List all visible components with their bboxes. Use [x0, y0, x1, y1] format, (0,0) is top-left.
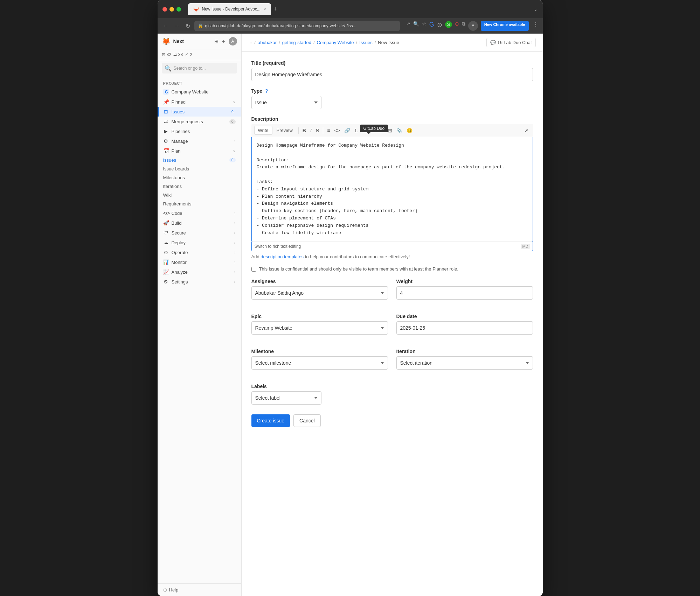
switch-rich-text[interactable]: Switch to rich text editing	[255, 244, 301, 249]
forward-button[interactable]: →	[173, 21, 181, 30]
sidebar-item-build[interactable]: 🚀 Build ›	[158, 218, 241, 228]
search-box[interactable]: 🔍 Search or go to...	[162, 63, 237, 73]
toolbar-italic-btn[interactable]: I	[309, 127, 313, 134]
desc-templates-link[interactable]: description templates	[261, 254, 304, 259]
user-icon: S	[445, 21, 452, 28]
sidebar-subitem-iterations[interactable]: Iterations	[158, 182, 241, 191]
type-help-icon[interactable]: ?	[265, 88, 268, 94]
titlebar: New Issue - Developer Advoc... ✕ + ⌄	[158, 0, 543, 18]
extensions-icon[interactable]: ⧉	[462, 21, 465, 31]
iteration-label: Iteration	[396, 349, 533, 354]
cancel-button[interactable]: Cancel	[293, 414, 321, 427]
toolbar-bold-btn[interactable]: B	[301, 127, 308, 134]
app-layout: 🦊 Next ⊞ + A ⊡ 32 ⇄ 33	[158, 34, 543, 596]
sidebar-item-issues[interactable]: ⊡ Issues 0	[158, 107, 241, 117]
breadcrumb-company-website[interactable]: Company Website	[317, 40, 354, 45]
confidential-checkbox[interactable]	[251, 267, 256, 272]
main-content: ··· / abubakar / getting-started / Compa…	[242, 34, 543, 596]
title-input[interactable]	[251, 68, 533, 81]
sidebar-subitem-issue-boards[interactable]: Issue boards	[158, 164, 241, 173]
reload-button[interactable]: ↻	[184, 21, 192, 31]
stat-ci[interactable]: ✓ 2	[185, 52, 192, 57]
iteration-select[interactable]: Select iteration	[396, 356, 533, 370]
weight-input[interactable]	[396, 286, 533, 300]
sidebar-item-plan[interactable]: 📅 Plan ∨	[158, 146, 241, 156]
sidebar-subitem-milestones[interactable]: Milestones	[158, 173, 241, 182]
duo-chat-icon: 💬	[490, 40, 496, 45]
milestone-iteration-row: Milestone Select milestone Iteration Sel…	[251, 349, 533, 377]
help-button[interactable]: ⊙ Help	[163, 587, 236, 593]
sidebar-item-pipelines[interactable]: ▶ Pipelines	[158, 126, 241, 136]
type-select[interactable]: Issue	[251, 96, 321, 109]
epic-select[interactable]: Revamp Website	[251, 321, 388, 335]
close-button[interactable]	[162, 7, 167, 12]
sidebar-item-analyze[interactable]: 📈 Analyze ›	[158, 267, 241, 277]
sidebar-item-pinned[interactable]: 📌 Pinned ∨	[158, 97, 241, 107]
sidebar-item-secure[interactable]: 🛡 Secure ›	[158, 228, 241, 238]
more-options-icon[interactable]: ⋮	[533, 21, 539, 31]
description-textarea[interactable]: Design Homepage Wireframe for Company We…	[251, 137, 533, 242]
sidebar-item-operate[interactable]: ⊙ Operate ›	[158, 247, 241, 257]
editor-tab-write[interactable]: Write	[254, 126, 272, 135]
pinned-arrow-icon: ∨	[233, 100, 236, 104]
sidebar-item-merge-requests[interactable]: ⇄ Merge requests 0	[158, 117, 241, 126]
toolbar-link-btn[interactable]: 🔗	[342, 127, 352, 134]
due-date-input[interactable]	[396, 321, 533, 335]
user-avatar[interactable]: A	[229, 37, 237, 45]
plan-issues-badge: 0	[229, 158, 236, 162]
new-tab-button[interactable]: +	[274, 6, 278, 13]
sidebar-item-manage[interactable]: ⚙ Manage ›	[158, 136, 241, 146]
breadcrumb-getting-started[interactable]: getting-started	[282, 40, 311, 45]
labels-group: Labels Select label	[251, 384, 533, 405]
desc-hint-add: Add	[251, 254, 259, 259]
toolbar-attach-btn[interactable]: 📎	[395, 127, 404, 134]
settings-icon: ⚙	[163, 279, 169, 285]
description-group: Description Write Preview GitLab Duo B I…	[251, 116, 533, 259]
editor-expand-btn[interactable]: ⤢	[522, 127, 530, 134]
back-button[interactable]: ←	[162, 21, 170, 30]
active-tab[interactable]: New Issue - Developer Advoc... ✕	[188, 3, 271, 15]
breadcrumb-issues[interactable]: Issues	[359, 40, 373, 45]
plus-icon[interactable]: +	[222, 38, 225, 44]
sidebar-item-settings[interactable]: ⚙ Settings ›	[158, 277, 241, 287]
duo-chat-button[interactable]: 💬 GitLab Duo Chat	[486, 38, 536, 47]
toolbar-bullets-btn[interactable]: ≡	[325, 127, 332, 134]
create-issue-button[interactable]: Create issue	[251, 414, 290, 427]
external-link-icon[interactable]: ↗	[406, 21, 410, 31]
milestone-select[interactable]: Select milestone	[251, 356, 388, 370]
tab-close-button[interactable]: ✕	[263, 7, 266, 11]
toolbar-code-btn[interactable]: <>	[332, 127, 341, 134]
tab-expand-button[interactable]: ⌄	[534, 6, 538, 12]
minimize-button[interactable]	[169, 7, 174, 12]
editor-tab-preview[interactable]: Preview	[273, 126, 296, 134]
url-bar[interactable]: 🔒 gitlab.com/gitlab-da/playground/abubak…	[194, 21, 400, 31]
sidebar-item-code[interactable]: </> Code ›	[158, 208, 241, 218]
type-group: Type ? Issue	[251, 88, 533, 109]
assignees-weight-row: Assignees Abubakar Siddiq Ango Weight	[251, 279, 533, 307]
labels-select[interactable]: Select label	[251, 391, 321, 405]
search-icon[interactable]: 🔍	[413, 21, 419, 31]
toolbar-strikethrough-btn[interactable]: S	[314, 127, 321, 134]
maximize-button[interactable]	[176, 7, 181, 12]
breadcrumb-more-icon[interactable]: ···	[249, 40, 252, 45]
breadcrumb: ··· / abubakar / getting-started / Compa…	[249, 40, 400, 45]
monitor-icon: 📊	[163, 259, 169, 265]
sidebar-item-deploy[interactable]: ☁ Deploy ›	[158, 238, 241, 247]
bookmark-icon[interactable]: ☆	[422, 21, 427, 31]
sidebar-icons: ⊞ + A	[214, 37, 237, 45]
sidebar-subitem-requirements[interactable]: Requirements	[158, 199, 241, 208]
chrome-update-badge[interactable]: New Chrome available	[481, 21, 529, 31]
stat-mr[interactable]: ⇄ 33	[173, 52, 183, 57]
sidebar-item-company-website[interactable]: C Company Website	[158, 87, 241, 97]
avatar-icon[interactable]: A	[468, 21, 478, 31]
sidebar-subitem-issues[interactable]: Issues 0	[158, 156, 241, 164]
breadcrumb-abubakar[interactable]: abubakar	[258, 40, 277, 45]
stat-issues[interactable]: ⊡ 32	[162, 52, 171, 57]
breadcrumb-current: New Issue	[378, 40, 399, 45]
panel-icon[interactable]: ⊞	[214, 38, 219, 44]
sidebar-subitem-wiki[interactable]: Wiki	[158, 191, 241, 199]
sidebar-item-monitor[interactable]: 📊 Monitor ›	[158, 257, 241, 267]
toolbar-ordered-list-btn[interactable]: 1.	[353, 127, 360, 134]
toolbar-emoji-btn[interactable]: 🙂	[405, 127, 414, 134]
assignees-select[interactable]: Abubakar Siddiq Ango	[251, 286, 388, 300]
